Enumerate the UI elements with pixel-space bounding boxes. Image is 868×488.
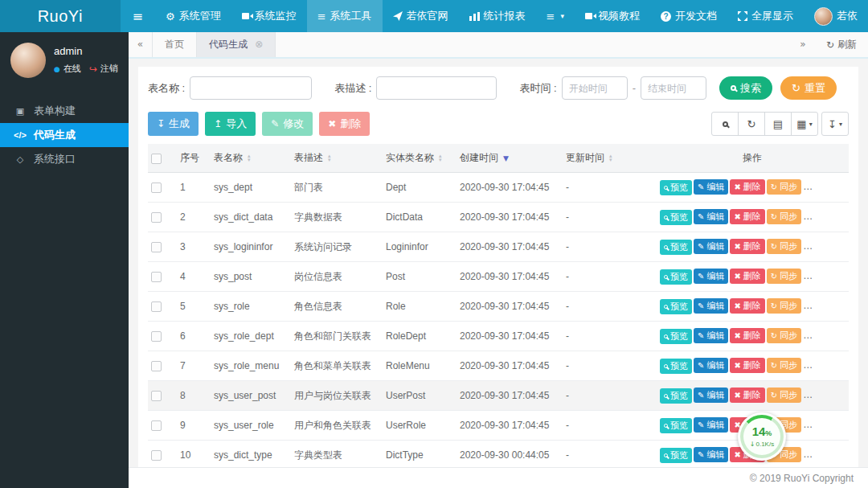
row-checkbox[interactable]: [151, 331, 162, 342]
preview-button[interactable]: 预览: [660, 299, 692, 314]
preview-button[interactable]: 预览: [660, 359, 692, 374]
sync-button[interactable]: ↻同步: [767, 179, 801, 195]
preview-button[interactable]: 预览: [660, 240, 692, 255]
delete-button[interactable]: ✖删除: [730, 269, 764, 284]
tab-home[interactable]: 首页: [153, 32, 196, 57]
preview-button[interactable]: 预览: [660, 329, 692, 344]
preview-button[interactable]: 预览: [660, 418, 692, 433]
preview-button[interactable]: 预览: [660, 210, 692, 225]
nav-menu-dropdown[interactable]: ≡ ▾: [536, 0, 575, 32]
sync-button[interactable]: ↻同步: [767, 298, 801, 314]
delete-button[interactable]: ✖删除: [730, 179, 764, 195]
row-checkbox[interactable]: [151, 182, 162, 193]
delete-button[interactable]: ✖ 删除: [319, 112, 370, 136]
delete-button[interactable]: ✖删除: [730, 239, 764, 254]
sidebar-item-system-api[interactable]: ◇ 系统接口: [0, 147, 129, 171]
row-checkbox[interactable]: [151, 301, 162, 312]
navbar-right: 视频教程 ? 开发文档 全屏显示 若依: [575, 0, 868, 32]
logout-link[interactable]: 注销: [100, 63, 118, 75]
sync-button[interactable]: ↻同步: [767, 358, 801, 373]
table-desc-input[interactable]: [376, 76, 497, 100]
search-button[interactable]: 搜索: [719, 76, 772, 100]
row-checkbox[interactable]: [151, 420, 162, 431]
col-header-desc[interactable]: 表描述▴▾: [291, 144, 383, 173]
row-checkbox[interactable]: [151, 272, 162, 282]
nav-item-official-site[interactable]: 若依官网: [383, 0, 459, 32]
cell-table-name: sys_dept: [211, 173, 291, 203]
nav-item-fullscreen[interactable]: 全屏显示: [727, 0, 804, 32]
sync-button[interactable]: ↻同步: [767, 209, 801, 224]
delete-icon: ✖: [734, 391, 740, 400]
nav-item-dev-docs[interactable]: ? 开发文档: [650, 0, 727, 32]
search-icon: [723, 121, 728, 127]
col-header-name[interactable]: 表名称▴▾: [211, 144, 291, 173]
col-header-entity[interactable]: 实体类名称▴▾: [383, 144, 457, 173]
import-button[interactable]: ↥ 导入: [205, 112, 256, 136]
tab-code-generation[interactable]: 代码生成 ⊗: [196, 32, 276, 57]
nav-item-video-tutorial[interactable]: 视频教程: [575, 0, 650, 32]
generate-button[interactable]: ↧ 生成: [148, 112, 199, 136]
sync-button[interactable]: ↻同步: [767, 239, 801, 254]
col-header-created[interactable]: 创建时间▼: [457, 144, 563, 173]
row-checkbox[interactable]: [151, 391, 162, 401]
preview-button[interactable]: 预览: [660, 180, 692, 195]
nav-item-system-manage[interactable]: ⚙ 系统管理: [155, 0, 231, 32]
row-checkbox[interactable]: [151, 212, 162, 223]
preview-button[interactable]: 预览: [660, 269, 692, 285]
delete-button[interactable]: ✖删除: [730, 298, 764, 314]
toggle-view-button[interactable]: ▤: [764, 112, 792, 136]
search-icon: [664, 424, 668, 428]
cell-row-number: 9: [177, 411, 211, 441]
edit-button[interactable]: ✎编辑: [694, 447, 728, 462]
edit-button[interactable]: ✎编辑: [694, 239, 728, 254]
nav-item-system-monitor[interactable]: 系统监控: [231, 0, 307, 32]
download-progress-widget[interactable]: 14% ↓ 0.1K/s: [738, 412, 786, 461]
cell-table-name: sys_user_post: [211, 381, 291, 411]
sync-button[interactable]: ↻同步: [767, 388, 801, 403]
row-checkbox[interactable]: [151, 361, 162, 371]
delete-button[interactable]: ✖删除: [730, 388, 764, 403]
cell-table-desc: 角色和菜单关联表: [291, 351, 383, 381]
columns-button[interactable]: ▦ ▾: [791, 112, 818, 136]
edit-button[interactable]: ✎编辑: [694, 209, 728, 224]
sidebar-toggle-icon[interactable]: ≡: [121, 0, 155, 32]
export-button[interactable]: ↧ ▾: [821, 112, 849, 136]
nav-item-report[interactable]: 统计报表: [459, 0, 536, 32]
video-icon: [242, 13, 249, 19]
refresh-table-button[interactable]: ↻: [738, 112, 765, 136]
delete-button[interactable]: ✖删除: [730, 209, 764, 224]
tab-refresh-button[interactable]: ↻ 刷新: [815, 38, 868, 51]
tab-close-icon[interactable]: ⊗: [255, 39, 263, 50]
start-time-input[interactable]: [562, 76, 628, 100]
sync-button[interactable]: ↻同步: [767, 269, 801, 284]
row-checkbox[interactable]: [151, 242, 162, 252]
sidebar-item-code-generation[interactable]: </> 代码生成: [0, 123, 129, 147]
col-header-updated[interactable]: 更新时间▴▾: [563, 144, 656, 173]
edit-button[interactable]: ✎编辑: [694, 179, 728, 195]
reset-button[interactable]: ↻ 重置: [780, 76, 837, 100]
sync-button[interactable]: ↻同步: [767, 328, 801, 343]
edit-button[interactable]: ✎编辑: [694, 328, 728, 343]
edit-button[interactable]: ✎编辑: [694, 388, 728, 403]
end-time-input[interactable]: [641, 76, 706, 100]
show-search-button[interactable]: [711, 112, 739, 136]
row-checkbox[interactable]: [151, 450, 162, 461]
preview-button[interactable]: 预览: [660, 448, 692, 463]
edit-button[interactable]: ✎编辑: [694, 358, 728, 373]
delete-button[interactable]: ✖删除: [730, 328, 764, 343]
tabs-scroll-right-icon[interactable]: »: [791, 32, 815, 57]
select-all-header[interactable]: [148, 144, 177, 173]
preview-button[interactable]: 预览: [660, 388, 692, 404]
table-name-input[interactable]: [190, 76, 312, 100]
nav-item-user[interactable]: 若依: [804, 0, 868, 32]
tabs-scroll-left-icon[interactable]: «: [129, 32, 153, 57]
edit-button[interactable]: ✎ 修改: [262, 112, 313, 136]
nav-item-system-tools[interactable]: ≡ 系统工具: [307, 0, 383, 32]
select-all-checkbox[interactable]: [151, 154, 162, 164]
edit-button[interactable]: ✎编辑: [694, 417, 728, 433]
sidebar-item-form-builder[interactable]: ▣ 表单构建: [0, 99, 129, 123]
edit-button[interactable]: ✎编辑: [694, 298, 728, 314]
delete-button[interactable]: ✖删除: [730, 358, 764, 373]
brand-logo[interactable]: RuoYi: [0, 0, 121, 32]
edit-button[interactable]: ✎编辑: [694, 269, 728, 284]
